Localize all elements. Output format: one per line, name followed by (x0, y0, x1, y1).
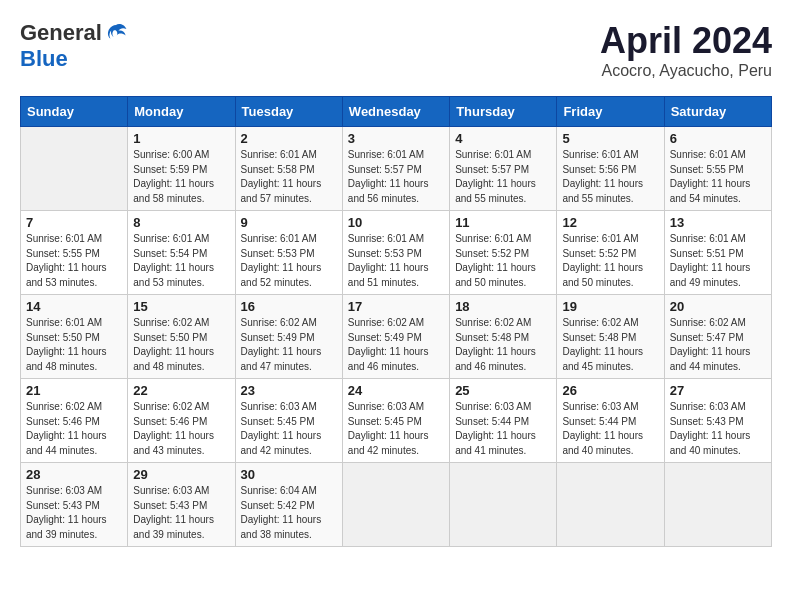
calendar-week-4: 21Sunrise: 6:02 AMSunset: 5:46 PMDayligh… (21, 379, 772, 463)
weekday-header-friday: Friday (557, 97, 664, 127)
day-info: Sunrise: 6:01 AMSunset: 5:54 PMDaylight:… (133, 232, 229, 290)
title-area: April 2024 Acocro, Ayacucho, Peru (600, 20, 772, 80)
calendar-cell: 24Sunrise: 6:03 AMSunset: 5:45 PMDayligh… (342, 379, 449, 463)
calendar-cell: 17Sunrise: 6:02 AMSunset: 5:49 PMDayligh… (342, 295, 449, 379)
day-number: 19 (562, 299, 658, 314)
calendar-cell: 13Sunrise: 6:01 AMSunset: 5:51 PMDayligh… (664, 211, 771, 295)
day-number: 20 (670, 299, 766, 314)
weekday-header-tuesday: Tuesday (235, 97, 342, 127)
day-number: 14 (26, 299, 122, 314)
day-info: Sunrise: 6:02 AMSunset: 5:46 PMDaylight:… (133, 400, 229, 458)
logo-general-text: General (20, 20, 102, 46)
day-number: 12 (562, 215, 658, 230)
day-info: Sunrise: 6:03 AMSunset: 5:43 PMDaylight:… (26, 484, 122, 542)
day-info: Sunrise: 6:03 AMSunset: 5:43 PMDaylight:… (670, 400, 766, 458)
calendar-cell: 15Sunrise: 6:02 AMSunset: 5:50 PMDayligh… (128, 295, 235, 379)
calendar-cell: 30Sunrise: 6:04 AMSunset: 5:42 PMDayligh… (235, 463, 342, 547)
calendar-cell: 19Sunrise: 6:02 AMSunset: 5:48 PMDayligh… (557, 295, 664, 379)
weekday-header-thursday: Thursday (450, 97, 557, 127)
calendar-week-5: 28Sunrise: 6:03 AMSunset: 5:43 PMDayligh… (21, 463, 772, 547)
calendar-cell: 29Sunrise: 6:03 AMSunset: 5:43 PMDayligh… (128, 463, 235, 547)
weekday-header-saturday: Saturday (664, 97, 771, 127)
day-info: Sunrise: 6:02 AMSunset: 5:49 PMDaylight:… (348, 316, 444, 374)
calendar-cell: 3Sunrise: 6:01 AMSunset: 5:57 PMDaylight… (342, 127, 449, 211)
day-info: Sunrise: 6:01 AMSunset: 5:55 PMDaylight:… (26, 232, 122, 290)
day-info: Sunrise: 6:04 AMSunset: 5:42 PMDaylight:… (241, 484, 337, 542)
day-number: 30 (241, 467, 337, 482)
day-info: Sunrise: 6:02 AMSunset: 5:46 PMDaylight:… (26, 400, 122, 458)
logo-blue-text: Blue (20, 46, 68, 72)
day-number: 4 (455, 131, 551, 146)
calendar-cell: 12Sunrise: 6:01 AMSunset: 5:52 PMDayligh… (557, 211, 664, 295)
day-number: 3 (348, 131, 444, 146)
day-info: Sunrise: 6:01 AMSunset: 5:50 PMDaylight:… (26, 316, 122, 374)
day-info: Sunrise: 6:03 AMSunset: 5:45 PMDaylight:… (241, 400, 337, 458)
calendar-cell: 7Sunrise: 6:01 AMSunset: 5:55 PMDaylight… (21, 211, 128, 295)
calendar-body: 1Sunrise: 6:00 AMSunset: 5:59 PMDaylight… (21, 127, 772, 547)
day-info: Sunrise: 6:02 AMSunset: 5:50 PMDaylight:… (133, 316, 229, 374)
calendar-cell: 20Sunrise: 6:02 AMSunset: 5:47 PMDayligh… (664, 295, 771, 379)
calendar-week-1: 1Sunrise: 6:00 AMSunset: 5:59 PMDaylight… (21, 127, 772, 211)
day-info: Sunrise: 6:01 AMSunset: 5:52 PMDaylight:… (562, 232, 658, 290)
calendar-cell: 26Sunrise: 6:03 AMSunset: 5:44 PMDayligh… (557, 379, 664, 463)
day-info: Sunrise: 6:01 AMSunset: 5:53 PMDaylight:… (348, 232, 444, 290)
weekday-header-wednesday: Wednesday (342, 97, 449, 127)
day-info: Sunrise: 6:03 AMSunset: 5:44 PMDaylight:… (455, 400, 551, 458)
day-info: Sunrise: 6:03 AMSunset: 5:45 PMDaylight:… (348, 400, 444, 458)
day-number: 1 (133, 131, 229, 146)
day-info: Sunrise: 6:01 AMSunset: 5:53 PMDaylight:… (241, 232, 337, 290)
weekday-row: SundayMondayTuesdayWednesdayThursdayFrid… (21, 97, 772, 127)
day-info: Sunrise: 6:01 AMSunset: 5:52 PMDaylight:… (455, 232, 551, 290)
day-number: 8 (133, 215, 229, 230)
day-number: 29 (133, 467, 229, 482)
calendar-week-3: 14Sunrise: 6:01 AMSunset: 5:50 PMDayligh… (21, 295, 772, 379)
calendar-cell (450, 463, 557, 547)
calendar-cell: 4Sunrise: 6:01 AMSunset: 5:57 PMDaylight… (450, 127, 557, 211)
day-number: 7 (26, 215, 122, 230)
day-number: 5 (562, 131, 658, 146)
calendar-cell (557, 463, 664, 547)
day-info: Sunrise: 6:01 AMSunset: 5:58 PMDaylight:… (241, 148, 337, 206)
day-number: 27 (670, 383, 766, 398)
day-number: 9 (241, 215, 337, 230)
day-info: Sunrise: 6:03 AMSunset: 5:43 PMDaylight:… (133, 484, 229, 542)
day-number: 16 (241, 299, 337, 314)
calendar-cell: 2Sunrise: 6:01 AMSunset: 5:58 PMDaylight… (235, 127, 342, 211)
day-number: 21 (26, 383, 122, 398)
month-title: April 2024 (600, 20, 772, 62)
weekday-header-sunday: Sunday (21, 97, 128, 127)
calendar-cell (21, 127, 128, 211)
day-info: Sunrise: 6:01 AMSunset: 5:57 PMDaylight:… (348, 148, 444, 206)
calendar-cell (342, 463, 449, 547)
day-number: 24 (348, 383, 444, 398)
calendar-cell: 18Sunrise: 6:02 AMSunset: 5:48 PMDayligh… (450, 295, 557, 379)
logo: General Blue (20, 20, 128, 72)
day-number: 2 (241, 131, 337, 146)
calendar-header: SundayMondayTuesdayWednesdayThursdayFrid… (21, 97, 772, 127)
calendar-cell: 23Sunrise: 6:03 AMSunset: 5:45 PMDayligh… (235, 379, 342, 463)
day-number: 15 (133, 299, 229, 314)
calendar-cell: 16Sunrise: 6:02 AMSunset: 5:49 PMDayligh… (235, 295, 342, 379)
day-info: Sunrise: 6:03 AMSunset: 5:44 PMDaylight:… (562, 400, 658, 458)
day-number: 11 (455, 215, 551, 230)
day-number: 28 (26, 467, 122, 482)
calendar-cell: 25Sunrise: 6:03 AMSunset: 5:44 PMDayligh… (450, 379, 557, 463)
calendar-cell: 9Sunrise: 6:01 AMSunset: 5:53 PMDaylight… (235, 211, 342, 295)
day-info: Sunrise: 6:01 AMSunset: 5:51 PMDaylight:… (670, 232, 766, 290)
calendar-cell: 21Sunrise: 6:02 AMSunset: 5:46 PMDayligh… (21, 379, 128, 463)
day-number: 17 (348, 299, 444, 314)
day-number: 22 (133, 383, 229, 398)
logo-bird-icon (104, 21, 128, 45)
day-info: Sunrise: 6:00 AMSunset: 5:59 PMDaylight:… (133, 148, 229, 206)
day-info: Sunrise: 6:02 AMSunset: 5:48 PMDaylight:… (562, 316, 658, 374)
calendar-table: SundayMondayTuesdayWednesdayThursdayFrid… (20, 96, 772, 547)
day-info: Sunrise: 6:02 AMSunset: 5:48 PMDaylight:… (455, 316, 551, 374)
calendar-cell (664, 463, 771, 547)
day-info: Sunrise: 6:02 AMSunset: 5:47 PMDaylight:… (670, 316, 766, 374)
calendar-cell: 22Sunrise: 6:02 AMSunset: 5:46 PMDayligh… (128, 379, 235, 463)
calendar-cell: 1Sunrise: 6:00 AMSunset: 5:59 PMDaylight… (128, 127, 235, 211)
calendar-cell: 28Sunrise: 6:03 AMSunset: 5:43 PMDayligh… (21, 463, 128, 547)
calendar-cell: 14Sunrise: 6:01 AMSunset: 5:50 PMDayligh… (21, 295, 128, 379)
page-header: General Blue April 2024 Acocro, Ayacucho… (20, 20, 772, 80)
day-info: Sunrise: 6:01 AMSunset: 5:55 PMDaylight:… (670, 148, 766, 206)
